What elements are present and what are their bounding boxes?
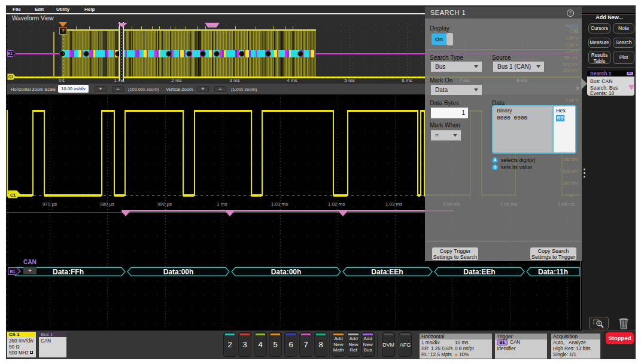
- svg-text:B1: B1: [10, 270, 16, 274]
- svg-text:C1: C1: [10, 192, 16, 198]
- svg-text:Data:00h: Data:00h: [271, 268, 302, 276]
- svg-text:C1: C1: [8, 75, 14, 79]
- svg-text:Data:11h: Data:11h: [538, 268, 568, 276]
- svg-text:Data:EEh: Data:EEh: [371, 268, 403, 276]
- svg-text:Data:EEh: Data:EEh: [463, 268, 495, 276]
- svg-text:Data:FFh: Data:FFh: [53, 268, 84, 276]
- svg-text:B1: B1: [8, 51, 13, 56]
- svg-text:Data:00h: Data:00h: [163, 268, 194, 276]
